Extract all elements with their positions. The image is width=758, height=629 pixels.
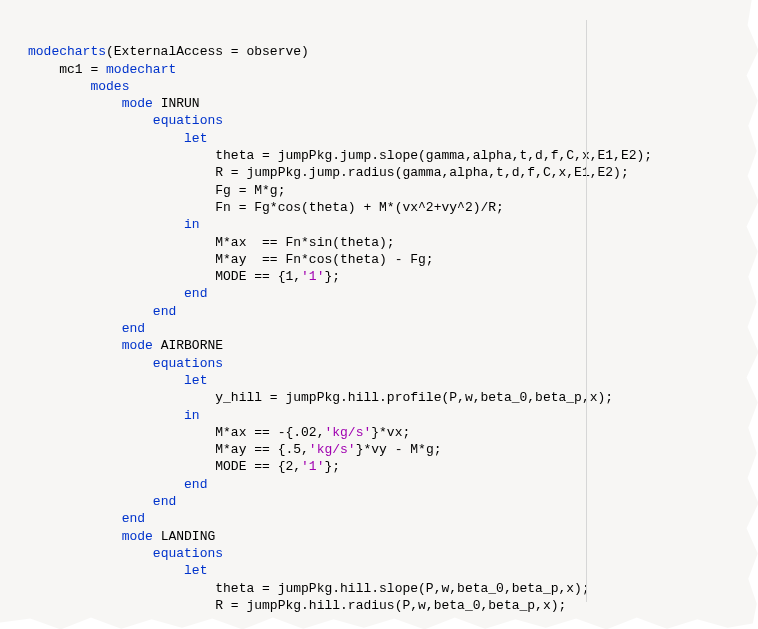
kw-modecharts: modecharts: [28, 44, 106, 59]
indent: [28, 459, 215, 474]
kw-let: let: [184, 563, 207, 578]
indent: [28, 373, 184, 388]
inrun-Fn: Fn = Fg*cos(theta) + M*(vx^2+vy^2)/R;: [215, 200, 504, 215]
airborne-mode-l: MODE == {2,: [215, 459, 301, 474]
kw-mode: mode: [122, 529, 153, 544]
indent: [28, 131, 184, 146]
kw-let: let: [184, 131, 207, 146]
mode-airborne: AIRBORNE: [153, 338, 223, 353]
kw-equations: equations: [153, 546, 223, 561]
kw-equations: equations: [153, 356, 223, 371]
kw-end: end: [184, 477, 207, 492]
inrun-R: R = jumpPkg.jump.radius(gamma,alpha,t,d,…: [215, 165, 628, 180]
indent: [28, 356, 153, 371]
indent: [28, 183, 215, 198]
inrun-Fg: Fg = M*g;: [215, 183, 285, 198]
airborne-mode-r: };: [324, 459, 340, 474]
indent: [28, 408, 184, 423]
indent: [28, 494, 153, 509]
airborne-ax-u: 'kg/s': [324, 425, 371, 440]
indent: [28, 529, 122, 544]
ruler-line: [586, 20, 587, 602]
indent: [28, 390, 215, 405]
indent: [28, 200, 215, 215]
indent: [28, 113, 153, 128]
indent: [28, 252, 215, 267]
indent: [28, 269, 215, 284]
indent: [28, 511, 122, 526]
indent: [28, 546, 153, 561]
kw-end: end: [184, 286, 207, 301]
kw-let: let: [184, 373, 207, 388]
indent: [28, 477, 184, 492]
inrun-ay: M*ay == Fn*cos(theta) - Fg;: [215, 252, 433, 267]
indent: [28, 235, 215, 250]
torn-edge-right: [738, 0, 758, 629]
landing-theta: theta = jumpPkg.hill.slope(P,w,beta_0,be…: [215, 581, 589, 596]
indent: [28, 598, 215, 613]
airborne-ay-l: M*ay == {.5,: [215, 442, 309, 457]
kw-modechart: modechart: [106, 62, 176, 77]
indent: [28, 304, 153, 319]
airborne-ay-r: }*vy - M*g;: [356, 442, 442, 457]
inrun-mode-l: MODE == {1,: [215, 269, 301, 284]
mode-landing: LANDING: [153, 529, 215, 544]
airborne-ax-r: }*vx;: [371, 425, 410, 440]
mc1-assign: mc1 =: [59, 62, 106, 77]
kw-equations: equations: [153, 113, 223, 128]
airborne-ay-u: 'kg/s': [309, 442, 356, 457]
kw-in: in: [184, 217, 200, 232]
header-args: (ExternalAccess = observe): [106, 44, 309, 59]
airborne-mode-s: '1': [301, 459, 324, 474]
indent: [28, 96, 122, 111]
kw-end: end: [153, 494, 176, 509]
kw-end: end: [122, 321, 145, 336]
indent: [28, 338, 122, 353]
code-page: modecharts(ExternalAccess = observe) mc1…: [0, 0, 758, 629]
indent: [28, 217, 184, 232]
kw-end: end: [153, 304, 176, 319]
airborne-ax-l: M*ax == -{.02,: [215, 425, 324, 440]
indent: [28, 581, 215, 596]
indent: [28, 79, 90, 94]
indent: [28, 165, 215, 180]
indent: [28, 442, 215, 457]
indent: [28, 62, 59, 77]
kw-in: in: [184, 408, 200, 423]
kw-mode: mode: [122, 96, 153, 111]
landing-R: R = jumpPkg.hill.radius(P,w,beta_0,beta_…: [215, 598, 566, 613]
indent: [28, 425, 215, 440]
indent: [28, 286, 184, 301]
inrun-mode-s: '1': [301, 269, 324, 284]
mode-inrun: INRUN: [153, 96, 200, 111]
code-block: modecharts(ExternalAccess = observe) mc1…: [28, 26, 718, 614]
airborne-yhill: y_hill = jumpPkg.hill.profile(P,w,beta_0…: [215, 390, 613, 405]
indent: [28, 148, 215, 163]
inrun-mode-r: };: [324, 269, 340, 284]
indent: [28, 563, 184, 578]
indent: [28, 321, 122, 336]
inrun-ax: M*ax == Fn*sin(theta);: [215, 235, 394, 250]
kw-modes: modes: [90, 79, 129, 94]
kw-mode: mode: [122, 338, 153, 353]
kw-end: end: [122, 511, 145, 526]
